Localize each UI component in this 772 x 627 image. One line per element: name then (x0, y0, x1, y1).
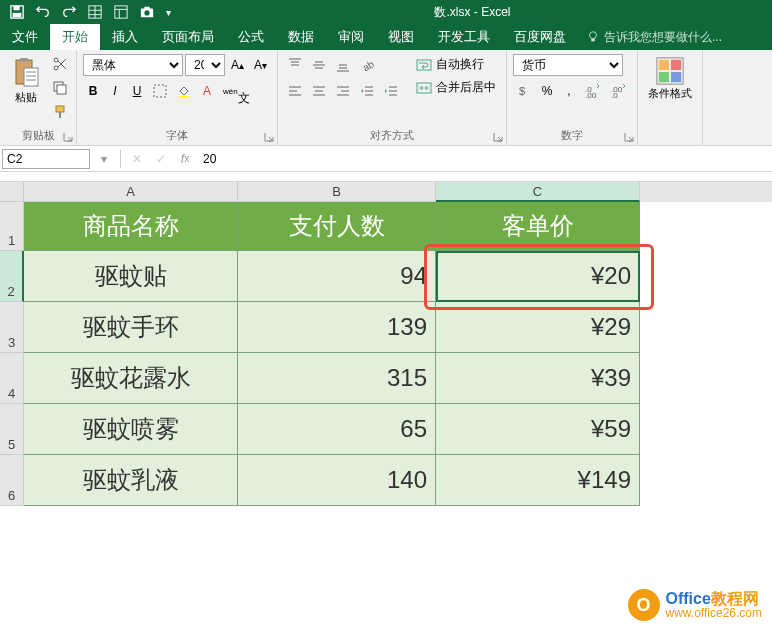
fill-color-button[interactable] (173, 80, 195, 102)
cell-b1[interactable]: 支付人数 (238, 202, 436, 251)
wrap-text-button[interactable]: 自动换行 (412, 54, 500, 75)
font-size-select[interactable]: 20 (185, 54, 225, 76)
watermark-logo-icon: O (628, 589, 660, 621)
decrease-indent-button[interactable] (356, 80, 378, 102)
cell-a5[interactable]: 驱蚊喷雾 (24, 404, 238, 455)
tab-baidu[interactable]: 百度网盘 (502, 24, 578, 50)
tab-developer[interactable]: 开发工具 (426, 24, 502, 50)
cell-c6[interactable]: ¥149 (436, 455, 640, 506)
format-painter-button[interactable] (50, 102, 70, 122)
increase-indent-button[interactable] (380, 80, 402, 102)
qat-button-3[interactable] (134, 0, 160, 24)
align-bottom-button[interactable] (332, 54, 354, 76)
tell-me-search[interactable]: 告诉我您想要做什么... (586, 24, 722, 50)
name-box[interactable] (2, 149, 90, 169)
svg-line-24 (58, 59, 66, 67)
qat-button-2[interactable] (108, 0, 134, 24)
accounting-format-button[interactable]: $ (513, 80, 535, 102)
cell-a3[interactable]: 驱蚊手环 (24, 302, 238, 353)
cell-b2[interactable]: 94 (238, 251, 436, 302)
cell-c2[interactable]: ¥20 (436, 251, 640, 302)
cond-format-group: 条件格式 (638, 50, 703, 145)
decrease-decimal-button[interactable]: .00.0 (607, 80, 631, 102)
cell-c1[interactable]: 客单价 (436, 202, 640, 251)
underline-button[interactable]: U (127, 80, 147, 102)
cell-a2[interactable]: 驱蚊贴 (24, 251, 238, 302)
alignment-launcher[interactable] (492, 131, 504, 143)
tab-view[interactable]: 视图 (376, 24, 426, 50)
cell-b4[interactable]: 315 (238, 353, 436, 404)
increase-font-button[interactable]: A▴ (227, 54, 248, 76)
cell-a4[interactable]: 驱蚊花露水 (24, 353, 238, 404)
comma-button[interactable]: , (559, 80, 579, 102)
conditional-format-button[interactable]: 条件格式 (644, 54, 696, 103)
enter-formula-button[interactable]: ✓ (149, 149, 173, 169)
tab-home[interactable]: 开始 (50, 24, 100, 50)
cut-button[interactable] (50, 54, 70, 74)
col-header-b[interactable]: B (238, 182, 436, 202)
font-launcher[interactable] (263, 131, 275, 143)
redo-button[interactable] (56, 0, 82, 24)
row-header-3[interactable]: 3 (0, 302, 24, 353)
row-header-6[interactable]: 6 (0, 455, 24, 506)
cancel-formula-button[interactable]: ✕ (125, 149, 149, 169)
svg-rect-67 (671, 72, 681, 82)
copy-button[interactable] (50, 78, 70, 98)
borders-icon (153, 84, 167, 98)
row-header-5[interactable]: 5 (0, 404, 24, 455)
align-left-icon (288, 84, 302, 98)
col-header-c[interactable]: C (436, 182, 640, 202)
fx-button[interactable]: fx (173, 149, 197, 169)
clipboard-launcher[interactable] (62, 131, 74, 143)
tab-page-layout[interactable]: 页面布局 (150, 24, 226, 50)
align-top-button[interactable] (284, 54, 306, 76)
row-header-4[interactable]: 4 (0, 353, 24, 404)
cell-b6[interactable]: 140 (238, 455, 436, 506)
tab-file[interactable]: 文件 (0, 24, 50, 50)
align-left-button[interactable] (284, 80, 306, 102)
cell-a6[interactable]: 驱蚊乳液 (24, 455, 238, 506)
svg-rect-65 (671, 60, 681, 70)
col-header-a[interactable]: A (24, 182, 238, 202)
increase-decimal-button[interactable]: .0.00 (581, 80, 605, 102)
brush-icon (52, 104, 68, 120)
cell-c3[interactable]: ¥29 (436, 302, 640, 353)
tab-formulas[interactable]: 公式 (226, 24, 276, 50)
tab-data[interactable]: 数据 (276, 24, 326, 50)
cell-c5[interactable]: ¥59 (436, 404, 640, 455)
italic-button[interactable]: I (105, 80, 125, 102)
name-box-dropdown[interactable]: ▾ (92, 149, 116, 169)
cell-b3[interactable]: 139 (238, 302, 436, 353)
row-header-2[interactable]: 2 (0, 251, 24, 302)
borders-button[interactable] (149, 80, 171, 102)
decrease-font-button[interactable]: A▾ (250, 54, 271, 76)
bold-button[interactable]: B (83, 80, 103, 102)
qat-customize[interactable]: ▾ (160, 0, 177, 24)
orientation-button[interactable]: ab (356, 54, 378, 76)
align-center-button[interactable] (308, 80, 330, 102)
select-all-button[interactable] (0, 182, 24, 202)
row-header-1[interactable]: 1 (0, 202, 24, 251)
tab-insert[interactable]: 插入 (100, 24, 150, 50)
percent-button[interactable]: % (537, 80, 557, 102)
qat-button-1[interactable] (82, 0, 108, 24)
paste-button[interactable]: 粘贴 (6, 54, 46, 126)
merge-button[interactable]: 合并后居中 (412, 77, 500, 98)
cell-c4[interactable]: ¥39 (436, 353, 640, 404)
font-name-select[interactable]: 黑体 (83, 54, 183, 76)
phonetic-button[interactable]: wén文 (219, 80, 254, 102)
undo-button[interactable] (30, 0, 56, 24)
align-right-button[interactable] (332, 80, 354, 102)
font-color-button[interactable]: A (197, 80, 217, 102)
cell-b5[interactable]: 65 (238, 404, 436, 455)
tab-review[interactable]: 审阅 (326, 24, 376, 50)
dec-decimal-icon: .00.0 (611, 84, 627, 98)
svg-point-21 (54, 66, 58, 70)
cell-a1[interactable]: 商品名称 (24, 202, 238, 251)
save-button[interactable] (4, 0, 30, 24)
formula-input[interactable] (197, 149, 772, 169)
number-launcher[interactable] (623, 131, 635, 143)
align-middle-button[interactable] (308, 54, 330, 76)
align-center-icon (312, 84, 326, 98)
number-format-select[interactable]: 货币 (513, 54, 623, 76)
